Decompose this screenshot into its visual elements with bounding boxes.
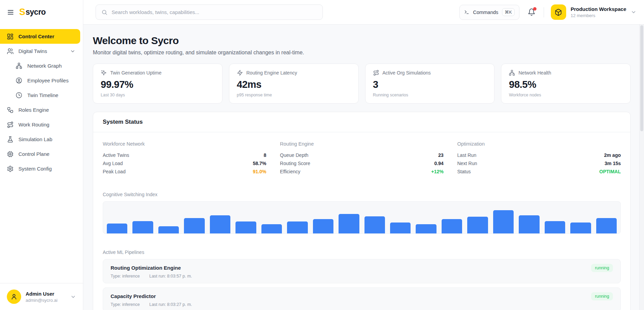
status-badge: running	[591, 292, 613, 300]
sidebar-item-network-graph[interactable]: Network Graph	[0, 58, 80, 73]
system-status-panel: System Status Workforce Network Active T…	[93, 112, 631, 310]
chart-bar	[519, 215, 539, 233]
stat-label: Twin Generation Uptime	[110, 70, 161, 76]
sidebar-item-simulation-lab[interactable]: Simulation Lab	[0, 132, 80, 147]
sidebar-item-control-plane[interactable]: Control Plane	[0, 147, 80, 161]
sidebar-item-work-routing[interactable]: Work Routing	[0, 117, 80, 132]
status-row: Last Run 2m ago	[457, 151, 621, 159]
sidebar-item-label: Network Graph	[27, 63, 62, 69]
user-circle-icon	[16, 77, 23, 84]
workspace-switcher[interactable]: Production Workspace 12 members	[551, 4, 636, 20]
commands-button[interactable]: Commands ⌘K	[459, 5, 519, 20]
route-icon	[373, 70, 379, 76]
scrollbar-thumb[interactable]	[640, 25, 643, 131]
route-icon	[7, 121, 14, 128]
sidebar-item-label: Simulation Lab	[18, 136, 52, 142]
status-row: Queue Depth 23	[280, 151, 443, 159]
cognitive-switching-chart	[103, 201, 621, 234]
sidebar-item-label: Digital Twins	[18, 48, 47, 54]
chevron-down-icon[interactable]	[70, 294, 76, 300]
status-value: 23	[438, 152, 444, 158]
chart-bar	[132, 221, 153, 233]
sidebar-item-label: Twin Timeline	[27, 92, 58, 98]
notification-dot	[533, 7, 536, 11]
logo-icon: S	[19, 8, 25, 17]
chart-bar	[287, 221, 307, 233]
global-search[interactable]	[96, 4, 323, 20]
sparkles-icon	[101, 70, 107, 76]
workflow-icon	[7, 107, 14, 113]
status-label: Efficiency	[280, 169, 300, 174]
status-row: Avg Load 58.7%	[103, 159, 266, 167]
sidebar-nav: Control Center Digital Twins Network Gra…	[0, 29, 83, 176]
stat-card-uptime: Twin Generation Uptime 99.97% Last 30 da…	[93, 64, 223, 104]
stat-card-simulations: Active Org Simulations 3 Running scenari…	[365, 64, 495, 104]
status-row: Next Run 3m 15s	[457, 159, 621, 167]
status-label: Last Run	[457, 152, 476, 158]
scrollbar[interactable]	[639, 25, 644, 310]
pipelines-title: Active ML Pipelines	[103, 250, 621, 255]
main-content: Welcome to Sycro Monitor digital twins, …	[83, 25, 639, 310]
logo-text: sycro	[26, 8, 46, 17]
user-name: Admin User	[26, 291, 57, 297]
stat-label: Network Health	[518, 70, 551, 76]
sidebar-item-label: Employee Profiles	[27, 78, 69, 83]
status-row: Status OPTIMAL	[457, 167, 621, 176]
sidebar-item-control-center[interactable]: Control Center	[0, 29, 80, 44]
chart-bar	[545, 221, 565, 233]
sidebar-item-roles-engine[interactable]: Roles Engine	[0, 103, 80, 117]
search-input[interactable]	[112, 9, 317, 15]
status-value: 3m 15s	[605, 161, 621, 166]
chart-bar	[107, 224, 127, 233]
sidebar-item-label: Control Plane	[18, 151, 49, 157]
status-row: Peak Load 91.0%	[103, 167, 266, 176]
status-column-optimization: Optimization Last Run 2m ago Next Run 3m…	[457, 141, 621, 176]
sidebar-item-digital-twins[interactable]: Digital Twins	[0, 44, 80, 58]
chart-bar	[596, 218, 617, 233]
page-title: Welcome to Sycro	[93, 35, 631, 46]
chart-bar	[210, 215, 230, 233]
status-row: Routing Score 0.94	[280, 159, 443, 167]
pipeline-row[interactable]: Routing Optimization Engine Type: infere…	[103, 259, 621, 283]
chart-bar	[339, 214, 359, 234]
sidebar-item-system-config[interactable]: System Config	[0, 161, 80, 176]
sidebar-item-label: Roles Engine	[18, 107, 49, 113]
cpu-icon	[7, 151, 14, 158]
chart-bar	[442, 219, 462, 233]
status-value: 2m ago	[604, 152, 621, 158]
chevron-down-icon	[70, 49, 75, 54]
terminal-icon	[464, 10, 469, 15]
chart-bar	[364, 216, 385, 233]
sidebar: S sycro Control Center Digital Twins Net…	[0, 0, 83, 310]
stat-value: 99.97%	[101, 79, 215, 90]
sidebar-item-employee-profiles[interactable]: Employee Profiles	[0, 73, 80, 88]
workspace-name: Production Workspace	[571, 6, 626, 12]
user-menu[interactable]: Admin User admin@sycro.ai	[0, 283, 83, 310]
chart-bar	[467, 217, 488, 233]
app-logo[interactable]: S sycro	[19, 8, 46, 17]
pipeline-last-run: Last run: 8:03:57 p. m.	[149, 274, 192, 279]
sidebar-item-label: Control Center	[18, 33, 54, 39]
chart-bar	[158, 226, 179, 233]
gear-icon	[7, 165, 14, 172]
status-label: Avg Load	[103, 161, 123, 166]
sidebar-item-label: System Config	[18, 166, 52, 172]
chart-bar	[416, 224, 436, 233]
clock-icon	[16, 92, 23, 99]
brand: S sycro	[0, 0, 83, 20]
status-value: 8	[264, 152, 267, 158]
status-value: +12%	[431, 169, 443, 174]
stat-sub: p95 response time	[237, 93, 351, 97]
status-row: Active Twins 8	[103, 151, 266, 159]
pipeline-name: Routing Optimization Engine	[111, 265, 192, 271]
stat-sub: Workforce nodes	[509, 93, 623, 97]
sidebar-item-twin-timeline[interactable]: Twin Timeline	[0, 88, 80, 103]
notifications-button[interactable]	[526, 7, 537, 17]
commands-label: Commands	[473, 10, 498, 15]
chart-title: Cognitive Switching Index	[103, 192, 621, 197]
dashboard-icon	[7, 33, 14, 40]
menu-icon[interactable]	[7, 9, 14, 16]
pipeline-row[interactable]: Capacity Predictor Type: inference Last …	[103, 287, 621, 310]
network-icon	[16, 63, 23, 69]
status-value: OPTIMAL	[599, 169, 621, 174]
